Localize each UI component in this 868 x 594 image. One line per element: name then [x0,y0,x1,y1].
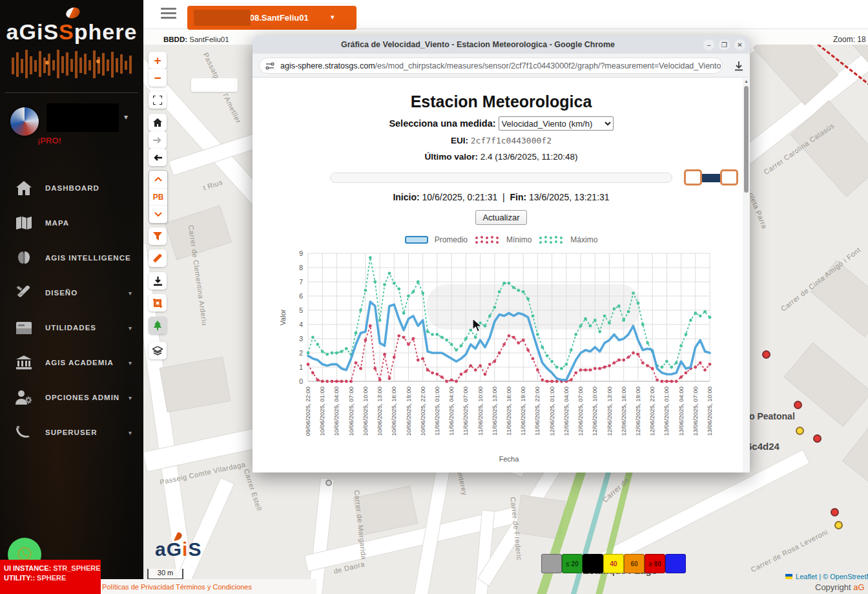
download-icon[interactable] [733,60,745,72]
floor-down-button[interactable] [149,206,167,223]
scroll-up-arrow[interactable]: ▲ [744,79,749,83]
sidebar-item-utilidades[interactable]: UTILIDADES ▾ [0,310,143,345]
zoom-in-button[interactable]: + [149,52,167,69]
legend-promedio-label: Promedio [435,235,468,244]
slider-track[interactable] [330,173,672,183]
filter-button[interactable] [149,228,167,245]
download-map-button[interactable] [149,272,167,290]
svg-text:11/06/2025, 04:00: 11/06/2025, 04:00 [448,387,455,436]
chevron-down-icon: ▾ [129,394,132,401]
eui-value: 2cf7f1c0443000f2 [471,136,552,145]
map-label-code: 6c4d24 [747,441,780,452]
svg-text:12/06/2025, 22:00: 12/06/2025, 22:00 [648,387,656,436]
banana-icon [14,424,34,441]
sidebar-item-mapa[interactable]: MAPA [0,206,143,240]
brain-icon [14,249,34,266]
measure-select-label: Selecciona una medida: [389,118,495,129]
sidebar-item-diseno[interactable]: DISEÑO ▾ [0,275,143,310]
svg-text:11/06/2025, 22:00: 11/06/2025, 22:00 [533,387,541,436]
back-button[interactable] [149,149,167,166]
svg-text:12/06/2025, 13:00: 12/06/2025, 13:00 [606,387,613,436]
map-color-legend: ≤ 20304060≥ 80 [541,554,686,573]
osm-link[interactable]: | © OpenStreetM [819,573,868,580]
map-marker-red[interactable] [762,350,770,359]
soundwave-graphic [10,47,133,81]
svg-text:12/06/2025, 01:00: 12/06/2025, 01:00 [548,387,555,436]
window-scrollbar[interactable]: ▲ [743,78,750,472]
layers-button[interactable] [149,342,167,359]
slider-handle-start[interactable] [684,169,702,186]
home-icon [153,118,162,127]
svg-text:12/06/2025, 16:00: 12/06/2025, 16:00 [620,387,627,436]
map-marker-red[interactable] [813,434,822,443]
sidebar-item-dashboard[interactable]: DASHBOARD [0,171,143,206]
measure-select[interactable]: Velocidad_Viento (km/h) [499,116,614,131]
svg-text:10/06/2025, 19:00: 10/06/2025, 19:00 [405,387,412,436]
site-settings-icon[interactable] [265,61,275,71]
svg-text:Fecha: Fecha [499,455,519,463]
url-text: agis-sphere.stratosgs.com/es/mod_chirpst… [280,61,721,70]
map-marker-red[interactable] [831,508,839,516]
map-scale-bar: 30 m [147,569,183,580]
arrow-right-icon [153,137,162,143]
chart: 012345678909/06/2025, 22:0010/06/2025, 0… [275,247,727,468]
zoom-level-indicator: Zoom: 18 L [833,35,868,44]
app-logo: aGiSSphere [0,0,143,45]
maximize-button[interactable]: ❐ [719,39,730,50]
svg-text:9: 9 [299,249,303,257]
svg-text:09/06/2025, 22:00: 09/06/2025, 22:00 [304,387,311,436]
close-button[interactable]: ✕ [734,39,745,50]
slider-handle-end[interactable] [720,169,738,186]
svg-text:12/06/2025, 07:00: 12/06/2025, 07:00 [577,387,584,436]
svg-text:10/06/2025, 22:00: 10/06/2025, 22:00 [419,387,426,436]
fullscreen-button[interactable] [149,91,167,109]
map-marker-yellow[interactable] [834,521,843,529]
academy-icon [14,354,34,371]
svg-text:11/06/2025, 19:00: 11/06/2025, 19:00 [519,387,526,436]
vegetation-layer-button[interactable] [149,317,167,334]
sidebar-item-superuser[interactable]: SUPERUSER ▾ [0,415,143,450]
user-account[interactable]: ▾ ¡PRO! [10,107,143,153]
svg-text:10/06/2025, 10:00: 10/06/2025, 10:00 [362,387,369,436]
last-value-row: Último valor: 2.4 (13/6/2025, 11:20:48) [275,152,727,162]
floor-pb-button[interactable]: PB [149,188,167,206]
select-area-button[interactable] [149,294,167,312]
page-title: Estacion Meteorologica [275,92,727,111]
svg-text:10/06/2025, 04:00: 10/06/2025, 04:00 [333,387,340,436]
map-marker-yellow[interactable] [796,427,804,435]
zoom-out-button[interactable]: − [149,69,167,87]
legend-swatch: 60 [624,554,645,573]
sidebar-item-opciones-admin[interactable]: OPCIONES ADMIN ▾ [0,380,143,415]
svg-text:10/06/2025, 16:00: 10/06/2025, 16:00 [390,387,397,436]
divider [5,92,138,93]
window-titlebar[interactable]: Gráfica de Velocidad_Viento - Estacion M… [253,36,750,54]
svg-text:6: 6 [299,292,303,300]
map-marker-red[interactable] [794,401,802,409]
chevron-down-icon: ▾ [124,112,128,122]
svg-text:11/06/2025, 10:00: 11/06/2025, 10:00 [477,387,484,436]
sidebar-item-agis-academia[interactable]: AGIS ACADEMIA ▾ [0,345,143,380]
crop-icon [153,299,162,308]
street-label: Carrer de Rosa Leveroni [749,528,829,574]
url-field[interactable]: agis-sphere.stratosgs.com/es/mod_chirpst… [259,58,723,74]
legend-swatch: 30 [583,554,603,573]
legend-minimo-label: Mínimo [506,235,532,244]
map-white-box[interactable] [191,78,238,92]
home-button[interactable] [149,114,167,131]
map-road [307,478,334,594]
map-marker-gray[interactable] [326,480,332,486]
scrollbar-thumb[interactable] [744,86,749,193]
minimize-button[interactable]: – [703,39,714,50]
forward-button[interactable] [149,131,167,149]
leaflet-link[interactable]: Leaflet [796,573,817,580]
sidebar-item-agis-intelligence[interactable]: AGIS INTELLIGENCE [0,240,143,275]
svg-text:13/06/2025, 01:00: 13/06/2025, 01:00 [663,387,670,436]
svg-text:13/06/2025, 04:00: 13/06/2025, 04:00 [677,387,685,436]
update-button[interactable]: Actualizar [475,210,526,225]
legend-swatch: ≤ 20 [562,554,583,573]
user-gear-icon [14,389,34,406]
floor-up-button[interactable] [149,171,167,188]
measure-button[interactable] [149,249,167,267]
privacy-link[interactable]: Políticas de Privacidad [102,583,174,591]
terms-link[interactable]: Términos y Condiciones [176,583,252,591]
